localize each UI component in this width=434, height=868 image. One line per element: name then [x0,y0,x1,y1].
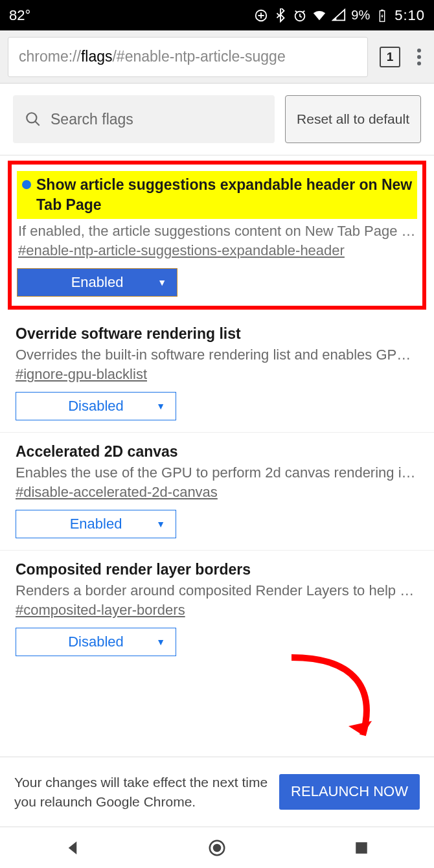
chevron-down-icon: ▼ [156,401,165,411]
search-icon [25,111,41,128]
flag-title: Composited render layer borders [16,561,418,578]
android-nav-bar [0,827,434,868]
data-saver-icon [254,8,268,23]
flag-item: Composited render layer borders Renders … [0,551,434,668]
battery-icon [375,8,389,23]
flag-item: Accelerated 2D canvas Enables the use of… [0,433,434,551]
status-clock: 5:10 [394,7,425,24]
nav-home-button[interactable] [207,838,227,858]
tab-switcher-button[interactable]: 1 [380,47,400,67]
flag-id-link[interactable]: #disable-accelerated-2d-canvas [16,484,218,501]
flag-select[interactable]: Disabled▼ [16,628,176,656]
search-placeholder: Search flags [51,111,133,128]
flag-description: If enabled, the article suggestions cont… [17,223,417,240]
nav-recents-button[interactable] [352,838,371,858]
flag-item: Override software rendering list Overrid… [0,315,434,433]
chevron-down-icon: ▼ [157,277,166,288]
flag-title: Show article suggestions expandable head… [17,171,417,219]
nav-back-button[interactable] [63,838,82,858]
search-reset-row: Search flags Reset all to default [0,84,434,155]
search-input[interactable]: Search flags [13,95,275,143]
browser-toolbar: chrome://flags/#enable-ntp-article-sugge… [0,30,434,84]
relaunch-now-button[interactable]: RELAUNCH NOW [279,774,420,809]
flag-item-highlighted: Show article suggestions expandable head… [8,161,426,310]
chevron-down-icon: ▼ [156,637,165,647]
signal-icon [332,8,346,23]
battery-percent: 9% [351,8,370,23]
flag-id-link[interactable]: #composited-layer-borders [16,602,185,619]
chevron-down-icon: ▼ [156,519,165,529]
flag-description: Overrides the built-in software renderin… [16,347,418,363]
relaunch-bar: Your changes will take effect the next t… [0,757,434,827]
svg-rect-7 [356,842,368,854]
alarm-icon [293,8,307,23]
svg-rect-3 [381,9,383,10]
status-temp: 82° [9,7,254,24]
android-status-bar: 82° 9% 5:10 [0,0,434,30]
flag-select[interactable]: Disabled▼ [16,392,176,420]
flag-select[interactable]: Enabled▼ [17,268,177,297]
url-bar[interactable]: chrome://flags/#enable-ntp-article-sugge [8,37,368,77]
url-scheme: chrome:// [19,48,81,65]
url-host: flags [81,48,113,65]
url-path: /#enable-ntp-article-sugge [112,48,285,65]
flag-id-link[interactable]: #enable-ntp-article-suggestions-expandab… [17,242,346,259]
modified-dot-icon [22,180,31,189]
svg-point-4 [27,113,36,122]
wifi-icon [312,8,326,23]
reset-all-button[interactable]: Reset all to default [285,95,421,143]
relaunch-message: Your changes will take effect the next t… [14,773,269,811]
flag-id-link[interactable]: #ignore-gpu-blacklist [16,366,147,383]
flag-title: Accelerated 2D canvas [16,443,418,461]
overflow-menu-button[interactable] [412,49,426,65]
flag-select[interactable]: Enabled▼ [16,510,176,538]
flag-description: Enables the use of the GPU to perform 2d… [16,464,418,481]
flag-description: Renders a border around composited Rende… [16,582,418,599]
svg-point-6 [213,843,222,852]
flag-title: Override software rendering list [16,325,418,343]
bluetooth-icon [273,8,288,23]
